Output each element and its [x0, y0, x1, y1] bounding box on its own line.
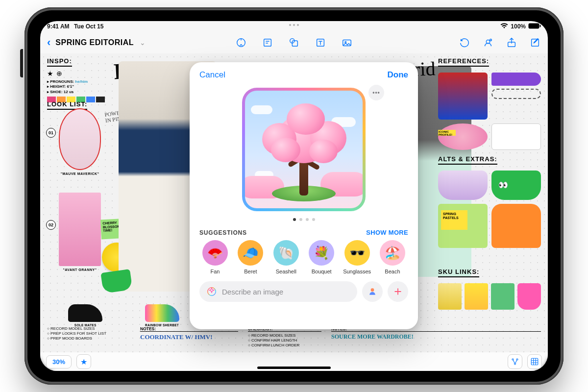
- done-button[interactable]: Done: [388, 70, 409, 80]
- wifi-icon: [500, 23, 508, 30]
- prompt-placeholder: Describe an image: [222, 288, 283, 296]
- suggestion-icon: 🐚: [273, 240, 299, 266]
- suggestion-icon: 💐: [309, 240, 334, 266]
- suggestion-label: Sunglasses: [343, 269, 371, 274]
- section-alts: ALTS & EXTRAS: 👀 SPRING PASTELS: [438, 154, 541, 248]
- svg-point-10: [490, 39, 492, 41]
- inspo-heading: INSPO:: [47, 57, 72, 67]
- home-indicator[interactable]: [257, 367, 331, 369]
- suggestion-label: Seashell: [276, 269, 296, 274]
- suggestion-label: Beach: [385, 269, 400, 274]
- sku-heading: SKU LINKS:: [438, 268, 479, 277]
- suggestion-icon: 🧢: [238, 240, 263, 266]
- compose-icon[interactable]: [529, 37, 541, 49]
- alts-heading: ALTS & EXTRAS:: [438, 155, 497, 165]
- svg-point-15: [514, 363, 516, 365]
- undo-icon[interactable]: [459, 37, 470, 49]
- status-time: 9:41 AM: [47, 23, 70, 30]
- references-heading: REFERENCES:: [438, 57, 489, 67]
- zoom-level[interactable]: 30%: [46, 355, 72, 368]
- cancel-button[interactable]: Cancel: [199, 70, 225, 80]
- app-toolbar: ‹ SPRING EDITORIAL ⌄: [40, 32, 548, 53]
- prompt-input[interactable]: Describe an image: [199, 281, 357, 302]
- svg-point-14: [516, 359, 518, 360]
- image-playground-modal: Cancel Done •••: [190, 62, 418, 329]
- suggestion-fan[interactable]: 🪭 Fan: [199, 240, 231, 274]
- svg-rect-4: [292, 41, 297, 46]
- suggestion-label: Beret: [244, 269, 257, 274]
- grid-icon[interactable]: [527, 354, 542, 369]
- svg-rect-1: [540, 24, 541, 27]
- status-bar: 9:41 AM Tue Oct 15 100%: [40, 21, 548, 32]
- battery-percent: 100%: [511, 23, 526, 30]
- more-options-button[interactable]: •••: [368, 85, 384, 100]
- document-title[interactable]: SPRING EDITORIAL: [55, 38, 134, 47]
- suggestion-beret[interactable]: 🧢 Beret: [235, 240, 266, 274]
- suggestion-seashell[interactable]: 🐚 Seashell: [270, 240, 302, 274]
- look-cap-2: "AVANT GRANNY": [59, 268, 101, 271]
- svg-point-13: [512, 359, 514, 360]
- generated-image-preview[interactable]: [242, 88, 366, 211]
- text-tool-icon[interactable]: [315, 37, 326, 49]
- battery-icon: [528, 23, 541, 30]
- favorite-icon[interactable]: ★: [76, 354, 91, 369]
- suggestion-beach[interactable]: 🏖️ Beach: [377, 240, 408, 274]
- media-tool-icon[interactable]: [341, 37, 353, 49]
- note-tool-icon[interactable]: [262, 37, 273, 49]
- look-badge-2: 02: [46, 220, 56, 230]
- shape-tool-icon[interactable]: [288, 37, 300, 49]
- look-cap-1: "MAUVE MAVERICK": [59, 172, 101, 175]
- share-icon[interactable]: [506, 37, 517, 49]
- notes-row: ○ RECORD MODEL SIZES ○ PREP LOOKS FOR SH…: [47, 326, 541, 347]
- suggestion-bouquet[interactable]: 💐 Bouquet: [306, 240, 337, 274]
- suggestion-icon: 🏖️: [380, 240, 405, 266]
- outline-icon[interactable]: [508, 354, 522, 369]
- svg-rect-16: [531, 358, 538, 365]
- suggestion-label: Bouquet: [312, 269, 332, 274]
- svg-rect-0: [529, 23, 539, 28]
- svg-point-18: [371, 288, 374, 292]
- sticky-note-2[interactable]: SPRING PASTELS: [441, 210, 467, 230]
- svg-rect-3: [264, 39, 271, 47]
- suggestions-row: 🪭 Fan🧢 Beret🐚 Seashell💐 Bouquet🕶️ Sungla…: [190, 240, 418, 274]
- pen-tool-icon[interactable]: [235, 37, 247, 49]
- suggestion-label: Fan: [211, 269, 220, 274]
- chevron-down-icon[interactable]: ⌄: [140, 39, 146, 47]
- status-date: Tue Oct 15: [74, 23, 103, 30]
- add-button[interactable]: [388, 281, 408, 302]
- suggestion-icon: 🪭: [202, 240, 228, 266]
- look-badge-1: 01: [46, 128, 56, 138]
- section-references: REFERENCES: ICONIC PROFILE!: [438, 56, 541, 150]
- collab-icon[interactable]: [482, 37, 494, 49]
- suggestions-label: SUGGESTIONS: [199, 229, 247, 236]
- back-button[interactable]: ‹: [47, 36, 50, 49]
- show-more-button[interactable]: SHOW MORE: [366, 229, 408, 236]
- sparkle-icon: [206, 286, 217, 297]
- section-sku: SKU LINKS:: [438, 267, 541, 310]
- suggestion-icon: 🕶️: [344, 240, 370, 266]
- suggestion-sunglasses[interactable]: 🕶️ Sunglasses: [342, 240, 373, 274]
- person-button[interactable]: [362, 281, 383, 302]
